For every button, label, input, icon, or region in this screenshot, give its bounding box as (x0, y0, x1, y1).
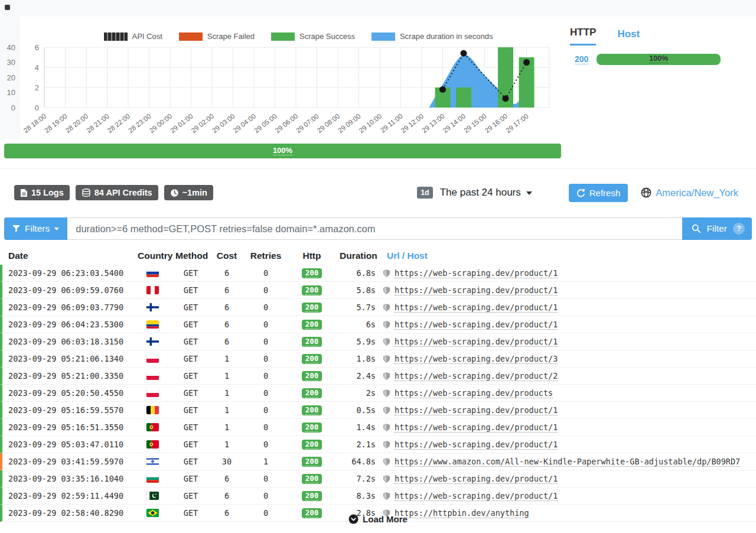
log-url-link[interactable]: https://web-scraping.dev/product/1 (395, 285, 558, 295)
log-url-link[interactable]: https://web-scraping.dev/product/1 (395, 491, 558, 501)
method-link[interactable]: GET (184, 457, 198, 466)
method-link[interactable]: GET (184, 474, 198, 483)
chevron-down-circle-icon (348, 514, 359, 524)
method-link[interactable]: GET (184, 388, 198, 398)
status-tabs: HTTP Host (570, 27, 747, 46)
success-bar-29-14-00[interactable] (456, 87, 471, 108)
log-url-link[interactable]: https://web-scraping.dev/product/1 (395, 422, 558, 433)
api-cost-point[interactable] (439, 86, 446, 93)
log-url-link[interactable]: https://web-scraping.dev/product/2 (395, 371, 558, 381)
method-link[interactable]: GET (184, 371, 198, 381)
country-cell[interactable] (133, 372, 171, 380)
status-code-link[interactable]: 200 (575, 54, 588, 64)
country-cell[interactable] (133, 303, 171, 311)
tab-http[interactable]: HTTP (570, 27, 596, 46)
log-url-link[interactable]: https://web-scraping.dev/product/1 (395, 337, 558, 347)
http-status-badge[interactable]: 200 (302, 354, 322, 365)
filters-dropdown-button[interactable]: Filters (4, 217, 67, 240)
tab-host[interactable]: Host (617, 28, 640, 46)
refresh-button[interactable]: Refresh (569, 184, 628, 202)
log-duration: 6s (335, 320, 383, 329)
log-cost: 1 (210, 405, 243, 415)
method-link[interactable]: GET (184, 285, 198, 295)
http-status-badge[interactable]: 200 (302, 440, 322, 450)
log-http-status: 200 (288, 405, 335, 416)
http-status-badge[interactable]: 200 (302, 303, 322, 313)
table-row: 2023-09-29 06:09:03.7790 GET 6 0 200 5.7… (0, 299, 756, 316)
finland-flag-icon (146, 337, 159, 346)
log-url-link[interactable]: https://web-scraping.dev/product/1 (395, 405, 558, 415)
timezone-link[interactable]: America/New_York (641, 187, 738, 199)
refresh-label: Refresh (589, 188, 621, 198)
method-link[interactable]: GET (184, 303, 198, 312)
http-status-badge[interactable]: 200 (302, 371, 322, 382)
logs-table-header: DateCountryMethodCostRetriesHttpDuration… (0, 247, 756, 265)
legend-item-api-cost[interactable]: API Cost (104, 32, 162, 41)
table-row: 2023-09-29 05:21:06.1340 GET 1 0 200 1.8… (0, 350, 756, 368)
http-status-badge[interactable]: 200 (302, 285, 322, 296)
belgium-flag-icon (146, 406, 159, 414)
portugal-flag-icon (146, 423, 159, 431)
legend-item-scrape-duration-in-seconds[interactable]: Scrape duration in seconds (372, 32, 493, 41)
country-cell[interactable] (133, 474, 171, 483)
method-link[interactable]: GET (184, 354, 198, 363)
log-method: GET (171, 405, 210, 415)
log-url-link[interactable]: https://web-scraping.dev/products (395, 388, 553, 398)
country-cell[interactable] (133, 492, 171, 500)
http-status-badge[interactable]: 200 (302, 268, 322, 279)
log-url-link[interactable]: https://www.amazon.com/All-new-Kindle-Pa… (395, 457, 740, 467)
api-cost-point[interactable] (523, 59, 530, 66)
x-tick-label: 29 12:00 (400, 112, 425, 134)
legend-label: Scrape duration in seconds (400, 32, 493, 41)
country-cell[interactable] (133, 320, 171, 329)
country-cell[interactable] (133, 423, 171, 431)
http-status-badge[interactable]: 200 (302, 337, 322, 347)
method-link[interactable]: GET (184, 422, 198, 432)
log-url-link[interactable]: https://web-scraping.dev/product/1 (395, 440, 558, 450)
filter-submit-button[interactable]: Filter ? (682, 217, 752, 240)
log-url-cell: https://web-scraping.dev/product/1 (383, 337, 756, 347)
method-link[interactable]: GET (184, 320, 198, 329)
http-status-badge[interactable]: 200 (302, 320, 322, 330)
help-icon[interactable]: ? (733, 223, 745, 235)
http-status-badge[interactable]: 200 (302, 474, 322, 485)
country-cell[interactable] (133, 389, 171, 397)
country-cell[interactable] (133, 269, 171, 277)
api-cost-point[interactable] (461, 50, 467, 57)
scrape-activity-chart[interactable]: 010203040024628 18:0028 19:0028 20:0028 … (0, 0, 561, 142)
http-status-badge[interactable]: 200 (302, 405, 322, 416)
log-url-link[interactable]: https://web-scraping.dev/product/1 (395, 320, 558, 330)
time-range-dropdown[interactable]: The past 24 hours (440, 187, 532, 199)
http-status-badge[interactable]: 200 (302, 422, 322, 433)
method-link[interactable]: GET (184, 491, 198, 500)
filter-query-input[interactable] (67, 217, 682, 240)
country-cell[interactable] (133, 440, 171, 448)
load-more-button[interactable]: Load More (348, 514, 408, 524)
israel-flag-icon (146, 457, 159, 466)
legend-item-scrape-failed[interactable]: Scrape Failed (179, 32, 255, 41)
log-url-link[interactable]: https://web-scraping.dev/product/1 (395, 268, 558, 278)
log-duration: 8.3s (335, 491, 383, 500)
api-cost-point[interactable] (503, 95, 509, 102)
http-status-badge[interactable]: 200 (302, 491, 322, 502)
country-cell[interactable] (133, 286, 171, 294)
chart-canvas[interactable]: 010203040024628 18:0028 19:0028 20:0028 … (0, 0, 561, 142)
method-link[interactable]: GET (184, 405, 198, 415)
stats-row: 15 Logs 84 API Credits ~1min 1d (14, 181, 738, 204)
country-cell[interactable] (133, 457, 171, 466)
log-url-link[interactable]: https://web-scraping.dev/product/3 (395, 354, 558, 364)
country-cell[interactable] (133, 337, 171, 346)
log-cost: 6 (210, 303, 243, 312)
http-status-badge[interactable]: 200 (302, 457, 322, 467)
x-tick-label: 28 20:00 (64, 112, 90, 134)
log-url-link[interactable]: https://web-scraping.dev/product/1 (395, 303, 558, 313)
http-status-badge[interactable]: 200 (302, 388, 322, 399)
log-url-link[interactable]: https://web-scraping.dev/product/1 (395, 474, 558, 484)
log-method: GET (171, 422, 210, 432)
method-link[interactable]: GET (184, 268, 198, 278)
legend-item-scrape-success[interactable]: Scrape Success (271, 32, 355, 41)
method-link[interactable]: GET (184, 440, 198, 449)
country-cell[interactable] (133, 355, 171, 363)
country-cell[interactable] (133, 406, 171, 414)
method-link[interactable]: GET (184, 337, 198, 346)
